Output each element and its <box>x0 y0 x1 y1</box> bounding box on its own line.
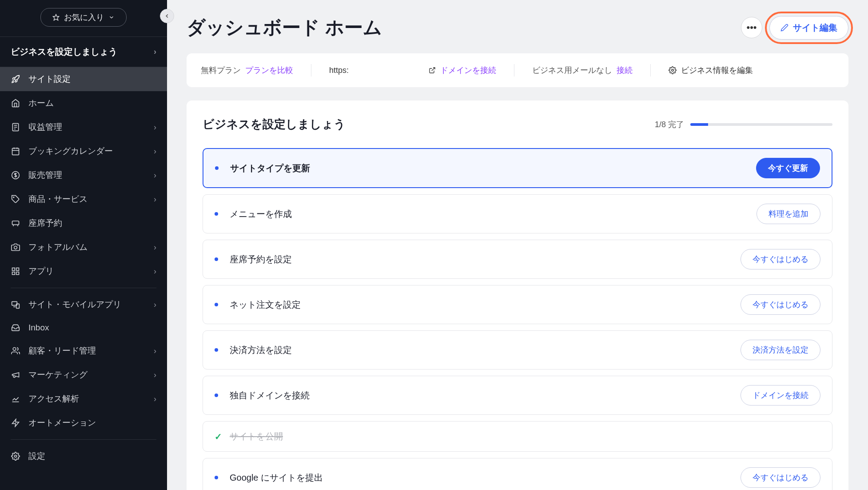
sidebar-item-home[interactable]: ホーム <box>0 91 167 115</box>
sidebar-item-label: ブッキングカレンダー <box>28 145 113 157</box>
svg-point-28 <box>672 69 674 72</box>
svg-point-11 <box>13 197 14 198</box>
gear-icon <box>669 66 677 74</box>
bolt-icon <box>11 418 20 428</box>
chevron-right-icon: › <box>154 346 156 356</box>
sidebar-item-bolt[interactable]: オートメーション <box>0 411 167 435</box>
more-actions-button[interactable]: ••• <box>741 17 762 38</box>
svg-point-23 <box>13 348 16 351</box>
task-action-button[interactable]: 料理を追加 <box>757 204 820 224</box>
favorites-button[interactable]: お気に入り <box>40 8 127 27</box>
connect-domain-link[interactable]: ドメインを接続 <box>440 65 496 76</box>
sidebar-item-dollar[interactable]: 販売管理› <box>0 163 167 187</box>
sidebar-item-devices[interactable]: サイト・モバイルアプリ› <box>0 293 167 317</box>
task-action-button[interactable]: 今すぐはじめる <box>741 294 820 315</box>
sidebar-item-label: Inbox <box>28 323 49 333</box>
task-item[interactable]: 独自ドメインを接続ドメインを接続 <box>203 376 832 415</box>
task-item[interactable]: ✓サイトを公開 <box>203 421 832 452</box>
ellipsis-icon: ••• <box>746 22 757 33</box>
sidebar-item-rocket[interactable]: サイト設定 <box>0 67 167 91</box>
svg-rect-16 <box>12 268 15 271</box>
edit-site-button[interactable]: サイト編集 <box>769 16 848 40</box>
bullet-icon <box>215 303 218 306</box>
chevron-down-icon <box>108 14 115 20</box>
sidebar-divider <box>11 439 156 440</box>
grid-icon <box>11 266 20 276</box>
chevron-right-icon: › <box>154 47 156 56</box>
setup-title: ビジネスを設定しましょう <box>203 116 346 132</box>
chevron-right-icon: › <box>154 243 156 252</box>
sidebar-item-label: ホーム <box>28 97 54 109</box>
task-action-button[interactable]: 今すぐはじめる <box>741 249 820 269</box>
plan-label: 無料プラン <box>201 65 241 76</box>
edit-business-link[interactable]: ビジネス情報を編集 <box>669 65 753 76</box>
svg-rect-19 <box>16 272 19 275</box>
svg-line-27 <box>432 68 435 71</box>
sidebar-item-label: サイト設定 <box>28 73 71 85</box>
task-action-button[interactable]: 今すぐ更新 <box>756 158 820 178</box>
task-item[interactable]: 決済方法を設定決済方法を設定 <box>203 330 832 370</box>
sidebar-item-chart[interactable]: アクセス解析› <box>0 387 167 411</box>
divider <box>650 64 651 76</box>
task-action-button[interactable]: 決済方法を設定 <box>741 340 820 360</box>
sidebar-item-gear[interactable]: 設定 <box>0 444 167 468</box>
sidebar-item-seat[interactable]: 座席予約 <box>0 211 167 235</box>
sidebar-item-calendar[interactable]: ブッキングカレンダー› <box>0 139 167 163</box>
dollar-icon <box>11 170 20 180</box>
check-icon: ✓ <box>215 431 218 442</box>
external-link-icon[interactable] <box>429 67 436 74</box>
task-item[interactable]: ネット注文を設定今すぐはじめる <box>203 285 832 324</box>
task-action-button[interactable]: 今すぐはじめる <box>741 467 820 488</box>
sidebar-item-label: 販売管理 <box>28 169 62 181</box>
connect-email-link[interactable]: 接続 <box>617 65 633 76</box>
sidebar-item-label: 顧客・リード管理 <box>28 345 96 357</box>
receipt-icon <box>11 122 20 132</box>
sidebar-item-label: オートメーション <box>28 417 96 429</box>
sidebar-item-grid[interactable]: アプリ› <box>0 259 167 283</box>
sidebar-item-label: アクセス解析 <box>28 393 79 405</box>
task-item[interactable]: メニューを作成料理を追加 <box>203 194 832 233</box>
sidebar-item-label: 座席予約 <box>28 217 62 229</box>
calendar-icon <box>11 146 20 156</box>
sidebar-item-label: アプリ <box>28 265 54 277</box>
sidebar-item-receipt[interactable]: 収益管理› <box>0 115 167 139</box>
task-item[interactable]: 座席予約を設定今すぐはじめる <box>203 240 832 279</box>
sidebar-section-setup[interactable]: ビジネスを設定しましょう › <box>0 36 167 67</box>
bullet-icon <box>215 348 218 352</box>
inbox-icon <box>11 323 20 333</box>
sidebar-item-inbox[interactable]: Inbox <box>0 317 167 339</box>
chevron-left-icon <box>164 13 170 19</box>
task-label: サイトを公開 <box>230 430 820 442</box>
sidebar-item-label: サイト・モバイルアプリ <box>28 299 121 310</box>
edit-business-label: ビジネス情報を編集 <box>681 65 753 76</box>
task-label: 決済方法を設定 <box>230 344 729 356</box>
email-label: ビジネス用メールなし <box>532 65 612 76</box>
sidebar-item-camera[interactable]: フォトアルバム› <box>0 235 167 259</box>
setup-card: ビジネスを設定しましょう 1/8 完了 サイトタイプを更新今すぐ更新メニューを作… <box>187 100 848 490</box>
gear-icon <box>11 451 20 461</box>
divider <box>311 64 311 76</box>
sidebar-item-label: 設定 <box>28 450 45 462</box>
site-url-prefix: https: <box>329 66 349 75</box>
sidebar-item-megaphone[interactable]: マーケティング› <box>0 363 167 387</box>
main-content: ダッシュボード ホーム ••• サイト編集 無料プラン プランを比較 https… <box>167 0 868 490</box>
star-icon <box>52 14 60 21</box>
svg-point-26 <box>15 455 17 458</box>
chevron-right-icon: › <box>154 123 156 132</box>
task-item[interactable]: サイトタイプを更新今すぐ更新 <box>203 148 832 188</box>
sidebar-item-tag[interactable]: 商品・サービス› <box>0 187 167 211</box>
edit-site-label: サイト編集 <box>793 22 837 34</box>
chevron-right-icon: › <box>154 195 156 204</box>
divider <box>514 64 514 76</box>
sidebar-item-people[interactable]: 顧客・リード管理› <box>0 339 167 363</box>
seat-icon <box>11 218 20 228</box>
task-action-button[interactable]: ドメインを接続 <box>741 385 820 406</box>
svg-rect-18 <box>12 272 15 275</box>
compare-plans-link[interactable]: プランを比較 <box>245 65 293 76</box>
sidebar-collapse-button[interactable] <box>160 9 174 23</box>
people-icon <box>11 346 20 356</box>
bullet-icon <box>215 212 218 216</box>
progress-fill <box>690 123 708 126</box>
favorites-label: お気に入り <box>64 12 104 23</box>
task-item[interactable]: Google にサイトを提出今すぐはじめる <box>203 458 832 490</box>
